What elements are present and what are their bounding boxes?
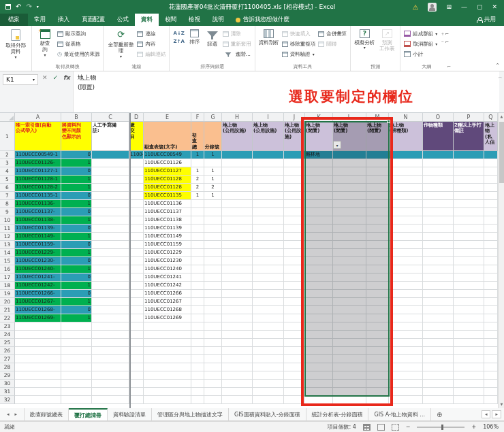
cell-A29[interactable]	[15, 371, 61, 380]
cell-G32[interactable]	[204, 396, 222, 404]
cell-H3[interactable]	[222, 159, 253, 167]
cell-G29[interactable]	[204, 371, 222, 380]
refresh-all-button[interactable]: ⟳ 全部重新整理 ▾	[106, 28, 136, 59]
cell-C11[interactable]	[92, 225, 129, 233]
zoom-slider[interactable]	[417, 427, 464, 428]
cell-N14[interactable]	[389, 249, 423, 257]
cell-G30[interactable]	[204, 380, 222, 388]
cancel-icon[interactable]: ✕	[42, 74, 48, 81]
cell-D14[interactable]	[129, 249, 144, 257]
cell-P32[interactable]	[454, 396, 484, 404]
cell-A2[interactable]: 110UECC00549-1	[15, 151, 61, 159]
sort-descending-icon[interactable]: Z↑A	[173, 39, 184, 44]
cell-C26[interactable]	[92, 347, 129, 355]
connections-button[interactable]: 連線	[137, 29, 166, 38]
cell-C30[interactable]	[92, 380, 129, 388]
cell-E28[interactable]	[144, 363, 191, 371]
cell-I19[interactable]	[253, 290, 284, 298]
cell-F16[interactable]	[191, 265, 204, 273]
row-header-18[interactable]: 18	[0, 282, 15, 290]
row-header-29[interactable]: 29	[0, 371, 15, 380]
cell-E10[interactable]: 110UECC01138	[144, 216, 191, 225]
row-header-8[interactable]: 8	[0, 200, 15, 208]
cell-A27[interactable]	[15, 355, 61, 363]
cell-B28[interactable]	[61, 363, 92, 371]
cell-Q15[interactable]	[484, 257, 498, 265]
cell-Q19[interactable]	[484, 290, 498, 298]
cell-F21[interactable]	[191, 306, 204, 314]
row-header-9[interactable]: 9	[0, 208, 15, 216]
cell-G12[interactable]	[204, 233, 222, 241]
cell-H26[interactable]	[222, 347, 253, 355]
sheet-nav-left-icon[interactable]: ◂	[7, 412, 10, 417]
cell-A32[interactable]	[15, 396, 61, 404]
cell-A22[interactable]: 110UECC01269-	[15, 314, 61, 322]
cell-H9[interactable]	[222, 208, 253, 216]
sheet-tab-5[interactable]: 統計分析表-分錄面積	[306, 408, 369, 420]
cell-O4[interactable]	[423, 167, 454, 176]
cell-F30[interactable]	[191, 380, 204, 388]
cell-D18[interactable]	[129, 282, 144, 290]
cell-D28[interactable]	[129, 363, 144, 371]
cell-A19[interactable]: 110UECC01266-	[15, 290, 61, 298]
cell-G26[interactable]	[204, 347, 222, 355]
cell-O12[interactable]	[423, 233, 454, 241]
cell-E25[interactable]	[144, 339, 191, 347]
cell-G19[interactable]	[204, 290, 222, 298]
cell-P30[interactable]	[454, 380, 484, 388]
cell-B16[interactable]: 1	[61, 265, 92, 273]
cell-O11[interactable]	[423, 225, 454, 233]
cell-C10[interactable]	[92, 216, 129, 225]
cell-H31[interactable]	[222, 388, 253, 396]
cell-E2[interactable]: 110UECC00549	[144, 151, 191, 159]
cell-D24[interactable]	[129, 331, 144, 339]
show-queries-button[interactable]: 顯示查詢	[57, 29, 99, 38]
row-header-22[interactable]: 22	[0, 314, 15, 322]
row-header-17[interactable]: 17	[0, 273, 15, 282]
cell-I23[interactable]	[253, 322, 284, 331]
row-header-27[interactable]: 27	[0, 355, 15, 363]
recent-sources-button[interactable]: ◷最近使用的來源	[57, 50, 99, 59]
cell-H17[interactable]	[222, 273, 253, 282]
cell-P4[interactable]	[454, 167, 484, 176]
cell-H20[interactable]	[222, 298, 253, 306]
cell-P18[interactable]	[454, 282, 484, 290]
cell-E6[interactable]: 110UECC01128	[144, 184, 191, 192]
cell-F15[interactable]	[191, 257, 204, 265]
cell-Q18[interactable]	[484, 282, 498, 290]
row-header-30[interactable]: 30	[0, 380, 15, 388]
cell-C27[interactable]	[92, 355, 129, 363]
cell-Q14[interactable]	[484, 249, 498, 257]
cell-F11[interactable]	[191, 225, 204, 233]
cell-O9[interactable]	[423, 208, 454, 216]
cell-P19[interactable]	[454, 290, 484, 298]
cell-I18[interactable]	[253, 282, 284, 290]
cell-B22[interactable]: 1	[61, 314, 92, 322]
tab-data[interactable]: 資料	[135, 14, 159, 26]
cell-I10[interactable]	[253, 216, 284, 225]
cell-D27[interactable]	[129, 355, 144, 363]
cell-P26[interactable]	[454, 347, 484, 355]
row-header-24[interactable]: 24	[0, 331, 15, 339]
cell-E17[interactable]: 110UECC01241	[144, 273, 191, 282]
cell-P1[interactable]: 2種以上手打 備註	[454, 122, 484, 151]
cell-Q23[interactable]	[484, 322, 498, 331]
hscroll-right-icon[interactable]: ▸	[492, 410, 501, 418]
cell-H12[interactable]	[222, 233, 253, 241]
cell-N12[interactable]	[389, 233, 423, 241]
cell-E31[interactable]	[144, 388, 191, 396]
formula-bar-collapse-icon[interactable]: ︿	[498, 73, 503, 80]
cell-A17[interactable]: 110UECC01241-	[15, 273, 61, 282]
cell-E1[interactable]: 勘查表號(文字)	[144, 122, 191, 151]
cell-H22[interactable]	[222, 314, 253, 322]
cell-C21[interactable]	[92, 306, 129, 314]
cell-O28[interactable]	[423, 363, 454, 371]
cell-C25[interactable]	[92, 339, 129, 347]
cell-H8[interactable]	[222, 200, 253, 208]
cell-N21[interactable]	[389, 306, 423, 314]
cell-C32[interactable]	[92, 396, 129, 404]
cell-P29[interactable]	[454, 371, 484, 380]
cell-A6[interactable]: 110UECC01128-2	[15, 184, 61, 192]
cell-D15[interactable]	[129, 257, 144, 265]
ribbon-display-options-icon[interactable]: ⊞	[446, 3, 452, 10]
